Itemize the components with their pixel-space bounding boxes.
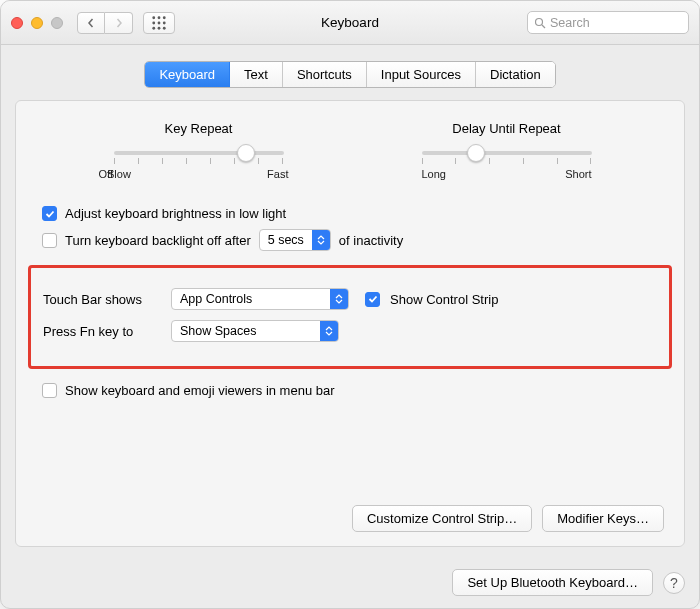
control-strip-checkbox[interactable] xyxy=(365,292,380,307)
svg-point-8 xyxy=(163,26,166,29)
forward-button[interactable] xyxy=(105,12,133,34)
touchbar-label: Touch Bar shows xyxy=(43,292,161,307)
backlight-off-checkbox[interactable] xyxy=(42,233,57,248)
tab-shortcuts[interactable]: Shortcuts xyxy=(283,62,367,87)
close-icon[interactable] xyxy=(11,17,23,29)
svg-point-4 xyxy=(158,21,161,24)
modifier-keys-button[interactable]: Modifier Keys… xyxy=(542,505,664,532)
grid-icon xyxy=(152,16,166,30)
tab-text[interactable]: Text xyxy=(230,62,283,87)
tab-dictation[interactable]: Dictation xyxy=(476,62,555,87)
svg-point-1 xyxy=(158,16,161,19)
search-icon xyxy=(534,17,546,29)
tab-input-sources[interactable]: Input Sources xyxy=(367,62,476,87)
slider-knob[interactable] xyxy=(237,144,255,162)
search-input[interactable]: Search xyxy=(527,11,689,34)
key-repeat-title: Key Repeat xyxy=(109,121,289,136)
nav-buttons xyxy=(77,12,133,34)
svg-point-0 xyxy=(152,16,155,19)
brightness-checkbox[interactable] xyxy=(42,206,57,221)
key-repeat-slider[interactable] xyxy=(114,144,284,162)
window-controls xyxy=(11,17,63,29)
preferences-window: Keyboard Search Keyboard Text Shortcuts … xyxy=(0,0,700,609)
highlight-box: Touch Bar shows App Controls Show Contro… xyxy=(28,265,672,369)
key-repeat-group: Key Repeat Off Slow Fast xyxy=(109,121,289,180)
chevron-updown-icon xyxy=(330,288,348,310)
svg-point-3 xyxy=(152,21,155,24)
chevron-updown-icon xyxy=(312,229,330,251)
viewers-checkbox[interactable] xyxy=(42,383,57,398)
content-area: Key Repeat Off Slow Fast Delay Until Re xyxy=(1,88,699,561)
backlight-off-label: Turn keyboard backlight off after xyxy=(65,233,251,248)
brightness-label: Adjust keyboard brightness in low light xyxy=(65,206,286,221)
backlight-select[interactable]: 5 secs xyxy=(259,229,331,251)
window-footer: Set Up Bluetooth Keyboard… ? xyxy=(1,561,699,608)
chevron-updown-icon xyxy=(320,320,338,342)
titlebar: Keyboard Search xyxy=(1,1,699,45)
fn-key-label: Press Fn key to xyxy=(43,324,161,339)
viewers-label: Show keyboard and emoji viewers in menu … xyxy=(65,383,335,398)
svg-point-2 xyxy=(163,16,166,19)
svg-point-6 xyxy=(152,26,155,29)
slider-knob[interactable] xyxy=(467,144,485,162)
touchbar-select[interactable]: App Controls xyxy=(171,288,349,310)
control-strip-label: Show Control Strip xyxy=(390,292,498,307)
svg-point-7 xyxy=(158,26,161,29)
maximize-icon xyxy=(51,17,63,29)
delay-repeat-title: Delay Until Repeat xyxy=(422,121,592,136)
customize-control-strip-button[interactable]: Customize Control Strip… xyxy=(352,505,532,532)
fn-key-select[interactable]: Show Spaces xyxy=(171,320,339,342)
minimize-icon[interactable] xyxy=(31,17,43,29)
bluetooth-keyboard-button[interactable]: Set Up Bluetooth Keyboard… xyxy=(452,569,653,596)
svg-point-9 xyxy=(536,18,543,25)
show-all-button[interactable] xyxy=(143,12,175,34)
tab-bar: Keyboard Text Shortcuts Input Sources Di… xyxy=(1,61,699,88)
search-placeholder: Search xyxy=(550,16,590,30)
backlight-suffix: of inactivity xyxy=(339,233,403,248)
help-button[interactable]: ? xyxy=(663,572,685,594)
svg-point-5 xyxy=(163,21,166,24)
back-button[interactable] xyxy=(77,12,105,34)
delay-repeat-group: Delay Until Repeat Long Short xyxy=(422,121,592,180)
svg-line-10 xyxy=(542,25,545,28)
delay-repeat-slider[interactable] xyxy=(422,144,592,162)
tab-keyboard[interactable]: Keyboard xyxy=(145,62,230,87)
